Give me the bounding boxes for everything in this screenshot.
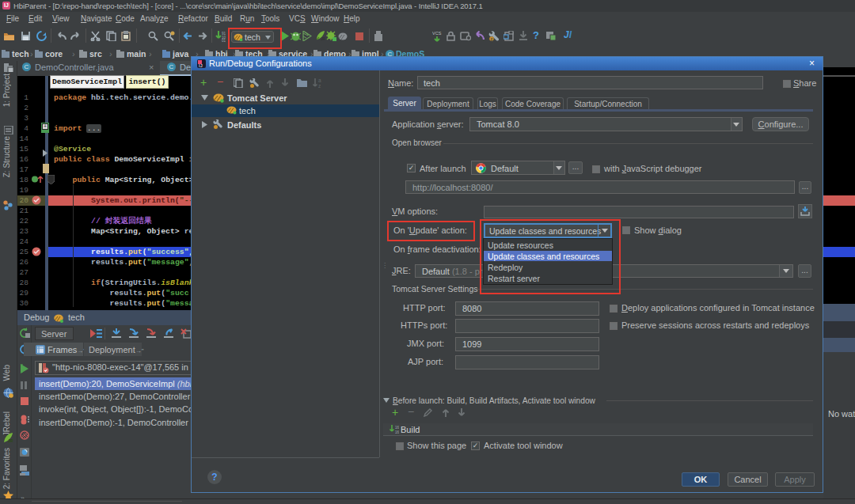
- svg-text:01: 01: [222, 39, 226, 42]
- svg-text:JR: JR: [321, 37, 325, 41]
- svg-text:z: z: [318, 83, 321, 89]
- svg-text:IJ: IJ: [199, 63, 203, 68]
- svg-text:JR: JR: [8, 438, 13, 443]
- svg-text:a: a: [318, 78, 321, 83]
- svg-text:16: 16: [395, 430, 399, 434]
- svg-text:16: 16: [395, 426, 399, 430]
- svg-text:VCS: VCS: [432, 31, 442, 36]
- svg-text:F: F: [491, 37, 494, 42]
